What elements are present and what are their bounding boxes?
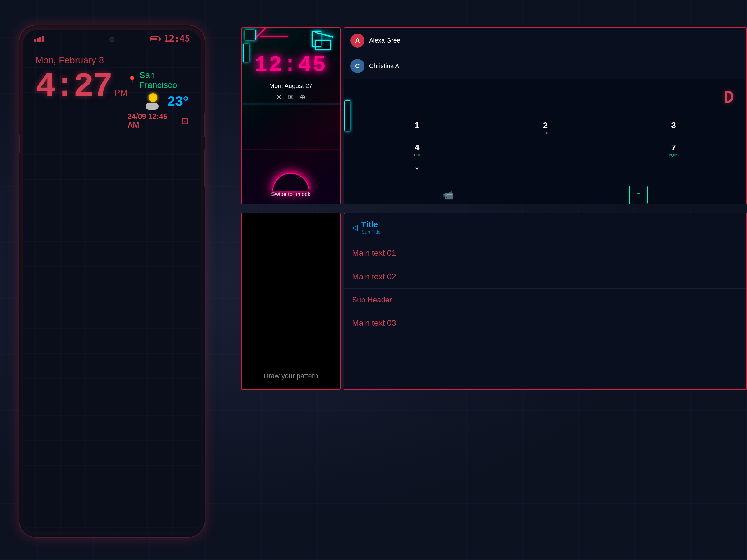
contact-item-c[interactable]: C Christina A [344, 53, 746, 79]
dial-pad-area: D 1 2 Q.0 3 4 GHI 7 [344, 79, 746, 205]
cyberpunk-lockscreen-panel: 12:45 Mon, August 27 ✕ ✉ ⊕ Swipe to unlo… [241, 27, 340, 205]
dial-key-3[interactable]: 3 [610, 117, 737, 138]
phone-content: Mon, February 8 4:27 PM 📍 San Francisco [23, 49, 201, 136]
phone-mockup: 12:45 Mon, February 8 4:27 PM 📍 [19, 25, 205, 538]
location-pin-icon: 📍 [128, 76, 137, 84]
back-arrow-icon[interactable]: ◁ [352, 223, 358, 232]
swipe-to-unlock[interactable]: Swipe to unlock [271, 191, 310, 198]
contact-item-a[interactable]: A Alexa Gree [344, 28, 746, 53]
dial-square-btn[interactable]: □ [629, 186, 648, 204]
bracket-decoration [344, 100, 351, 131]
phone-volume-button[interactable] [204, 150, 205, 187]
list-item-main-text-01[interactable]: Main text 01 [344, 241, 746, 265]
front-camera [109, 37, 114, 42]
cyber-mail-icon: ✉ [288, 93, 293, 101]
top-panels: 12:45 Mon, August 27 ✕ ✉ ⊕ Swipe to unlo… [241, 27, 747, 205]
draw-pattern-label: Draw your pattern [264, 372, 318, 380]
list-header: ◁ Title Sub Title [344, 213, 746, 241]
dial-key-7[interactable]: 7 PQRS [610, 139, 737, 160]
dial-key-4[interactable]: 4 GHI [354, 139, 481, 160]
clock-time: 4:27 [35, 67, 111, 106]
glitch-band-2 [242, 149, 340, 151]
contact-name-a: Alexa Gree [369, 37, 400, 44]
dial-key-2[interactable]: 2 Q.0 [482, 117, 609, 138]
clock-ampm: PM [114, 88, 128, 98]
dial-bottom-row: 📹 □ [351, 181, 740, 205]
dial-grid: 1 2 Q.0 3 4 GHI 7 PQRS [351, 114, 740, 181]
phone-date: Mon, February 8 [35, 55, 188, 65]
avatar-c: C [351, 59, 364, 73]
neon-vert-bar [243, 44, 250, 62]
phone-clock-display: 4:27 PM [35, 67, 128, 106]
dial-box-icon: □ [637, 191, 640, 198]
weather-icon-2: ⊡ [181, 116, 188, 126]
list-item-main-text-02[interactable]: Main text 02 [344, 265, 746, 289]
weather-datetime: 24/09 12:45 AM [128, 112, 178, 130]
neon-line-1 [254, 28, 273, 39]
cyber-add-icon: ⊕ [300, 93, 305, 101]
weather-display: 23° [146, 92, 188, 110]
cyberpunk-clock: 12:45 [254, 53, 327, 77]
weather-icon [146, 92, 163, 110]
phone-notch [23, 30, 201, 49]
neon-rect-2 [312, 31, 321, 47]
dial-display: D [351, 85, 740, 111]
header-text-group: Title Sub Title [361, 220, 381, 235]
cyber-close-icon: ✕ [276, 93, 282, 101]
contact-name-c: Christina A [369, 62, 399, 70]
list-subtitle: Sub Title [361, 229, 381, 235]
avatar-a: A [351, 33, 364, 48]
contacts-dial-panel: A Alexa Gree C Christina A D 1 2 Q.0 3 [344, 27, 747, 205]
list-item-main-text-03[interactable]: Main text 03 [344, 311, 746, 335]
cyberpunk-date: Mon, August 27 [269, 82, 313, 89]
dial-key-1[interactable]: 1 [354, 117, 481, 138]
bottom-panels: Draw your pattern ◁ Title Sub Title Main… [241, 213, 747, 390]
pattern-lock-panel: Draw your pattern [241, 213, 340, 390]
phone-screen: 12:45 Mon, February 8 4:27 PM 📍 [23, 30, 201, 532]
cyberpunk-icons: ✕ ✉ ⊕ [276, 93, 305, 101]
temperature-display: 23° [167, 93, 188, 109]
neon-square-1 [245, 29, 256, 41]
cyberpunk-background: 12:45 Mon, August 27 ✕ ✉ ⊕ Swipe to unlo… [242, 28, 340, 204]
phone-left-button[interactable] [19, 134, 20, 153]
dial-key-star[interactable]: * [354, 162, 481, 178]
list-panel: ◁ Title Sub Title Main text 01 Main text… [344, 213, 747, 390]
video-call-icon[interactable]: 📹 [443, 190, 454, 200]
phone-power-button[interactable] [204, 112, 205, 137]
list-item-sub-header: Sub Header [344, 289, 746, 311]
weather-location: 📍 San Francisco [128, 70, 188, 90]
list-title: Title [361, 220, 381, 229]
glitch-band-1 [242, 103, 340, 105]
phone-body: 12:45 Mon, February 8 4:27 PM 📍 [19, 25, 205, 538]
neon-horiz-1 [260, 36, 288, 37]
